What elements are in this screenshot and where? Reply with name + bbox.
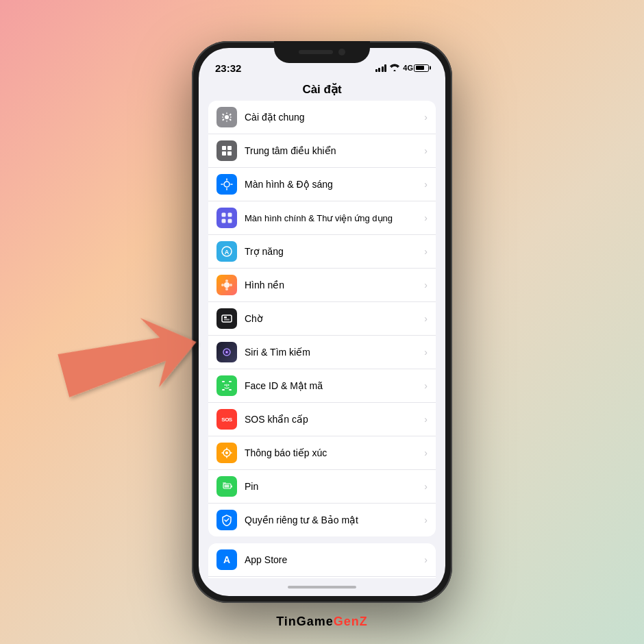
svg-text:A: A <box>223 554 230 565</box>
svg-rect-11 <box>222 213 226 217</box>
list-item[interactable]: Hình nền › <box>208 269 436 302</box>
sos-label: SOS khẩn cấp <box>245 414 424 425</box>
app-store-icon: A <box>216 549 237 570</box>
svg-point-32 <box>225 384 226 386</box>
thong-bao-label: Thông báo tiếp xúc <box>245 447 424 458</box>
chevron-icon: › <box>424 212 428 223</box>
svg-marker-0 <box>55 315 206 404</box>
chevron-icon: › <box>424 554 428 565</box>
svg-point-21 <box>221 284 224 286</box>
chevron-icon: › <box>424 515 428 525</box>
list-item[interactable]: Face ID & Mật mã › <box>208 369 436 403</box>
svg-rect-31 <box>229 389 232 391</box>
face-id-icon <box>216 375 237 396</box>
pin-icon <box>216 476 237 497</box>
signal-icon <box>375 64 387 72</box>
battery-icon: 4G <box>403 64 429 72</box>
chevron-icon: › <box>424 179 428 190</box>
app-store-label: App Store <box>245 554 424 565</box>
status-time: 23:32 <box>215 62 241 74</box>
svg-point-1 <box>225 115 229 119</box>
svg-rect-24 <box>224 319 230 321</box>
quyen-rieng-tu-icon <box>216 510 237 530</box>
svg-point-6 <box>224 182 230 187</box>
list-item[interactable]: Pin › <box>208 470 436 504</box>
list-item[interactable]: Thông báo tiếp xúc › <box>208 436 436 470</box>
list-item[interactable]: A App Store › <box>208 543 436 577</box>
list-item[interactable]: Siri & Tìm kiếm › <box>208 336 436 369</box>
svg-point-18 <box>225 280 228 282</box>
svg-rect-14 <box>228 219 232 223</box>
siri-icon <box>216 342 237 362</box>
sos-icon: SOS <box>216 409 237 430</box>
arrow-annotation <box>55 315 206 404</box>
svg-rect-29 <box>229 381 232 382</box>
phone-wrapper: 23:32 <box>192 41 452 603</box>
watermark-suffix: GenZ <box>334 615 368 628</box>
hinh-nen-icon <box>216 275 237 295</box>
trung-tam-label: Trung tâm điều khiển <box>245 145 424 156</box>
list-item[interactable]: Quyền riêng tư & Bảo mật › <box>208 504 436 536</box>
svg-rect-4 <box>222 151 226 156</box>
wifi-icon <box>389 63 400 73</box>
phone-frame: 23:32 <box>192 41 452 603</box>
tro-nang-label: Trợ năng <box>245 246 424 257</box>
chevron-icon: › <box>424 280 428 290</box>
list-item[interactable]: Cài đặt chung › <box>208 101 436 134</box>
svg-rect-13 <box>222 219 226 223</box>
man-hinh-chinh-icon <box>216 208 237 228</box>
watermark-prefix: TinGame <box>276 615 334 628</box>
man-hinh-icon <box>216 174 237 195</box>
svg-point-19 <box>230 284 232 286</box>
siri-label: Siri & Tìm kiếm <box>245 347 424 358</box>
chevron-icon: › <box>424 112 428 123</box>
svg-rect-30 <box>222 389 225 391</box>
section-general: Cài đặt chung › Trung tâm điề <box>208 101 436 536</box>
face-id-label: Face ID & Mật mã <box>245 380 424 391</box>
list-item[interactable]: A Trợ năng › <box>208 235 436 269</box>
svg-rect-2 <box>222 146 226 150</box>
chevron-icon: › <box>424 414 428 425</box>
quyen-rieng-tu-label: Quyền riêng tư & Bảo mật <box>245 515 424 525</box>
cho-icon <box>216 308 237 329</box>
svg-rect-28 <box>222 381 225 382</box>
list-item[interactable]: Màn hình & Độ sáng › <box>208 168 436 201</box>
chevron-icon: › <box>424 145 428 156</box>
list-item[interactable]: Chờ › <box>208 302 436 336</box>
pin-label: Pin <box>245 481 424 492</box>
home-bar <box>288 586 356 589</box>
list-item[interactable]: Trung tâm điều khiển › <box>208 134 436 168</box>
svg-rect-12 <box>228 213 232 217</box>
page-title: Cài đặt <box>302 83 341 96</box>
list-item[interactable]: Màn hình chính & Thư viện ứng dụng › <box>208 201 436 235</box>
svg-point-33 <box>228 384 230 386</box>
svg-rect-42 <box>225 485 230 488</box>
svg-rect-23 <box>224 317 227 319</box>
svg-point-36 <box>225 451 228 454</box>
svg-point-27 <box>226 351 227 353</box>
list-item[interactable]: SOS SOS khẩn cấp › <box>208 403 436 436</box>
home-indicator <box>199 578 445 596</box>
man-hinh-label: Màn hình & Độ sáng <box>245 179 424 190</box>
section-apps: A App Store › <box>208 543 436 578</box>
svg-point-17 <box>224 282 230 288</box>
svg-point-20 <box>225 288 228 290</box>
cai-dat-chung-label: Cài đặt chung <box>245 112 424 123</box>
chevron-icon: › <box>424 347 428 358</box>
phone-notch <box>274 41 370 63</box>
status-icons: 4G <box>375 63 429 73</box>
svg-rect-5 <box>227 151 232 156</box>
svg-text:A: A <box>225 249 230 256</box>
trung-tam-icon <box>216 140 237 161</box>
svg-rect-43 <box>231 486 232 488</box>
cai-dat-chung-icon <box>216 107 237 127</box>
hinh-nen-label: Hình nền <box>245 280 424 290</box>
phone-screen: 23:32 <box>199 48 445 596</box>
thong-bao-icon <box>216 443 237 463</box>
settings-scroll[interactable]: Cài đặt chung › Trung tâm điề <box>199 101 445 578</box>
chevron-icon: › <box>424 313 428 324</box>
svg-rect-22 <box>222 315 232 322</box>
chevron-icon: › <box>424 246 428 257</box>
chevron-icon: › <box>424 447 428 458</box>
svg-rect-3 <box>227 146 232 150</box>
